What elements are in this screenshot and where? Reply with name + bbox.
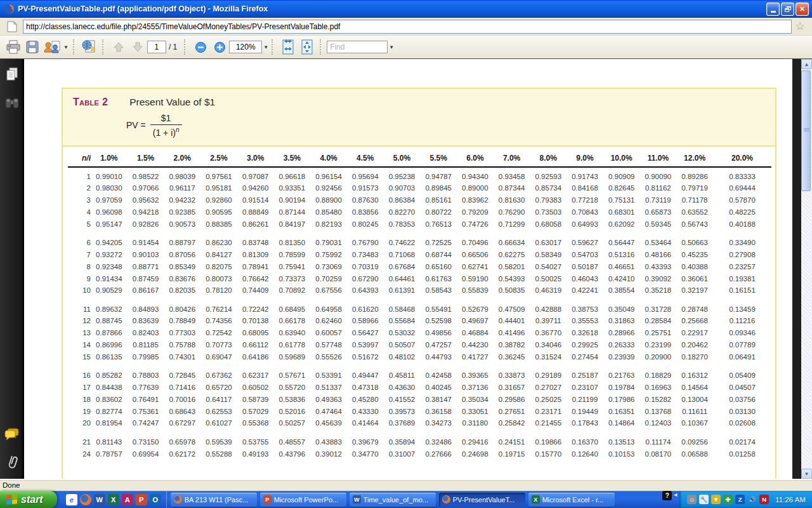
pv-cell: 0.61763 xyxy=(420,272,457,284)
next-page-button[interactable] xyxy=(128,38,147,56)
scrollbar-track[interactable] xyxy=(801,69,812,469)
close-button[interactable]: ✕ xyxy=(796,3,809,16)
previous-page-button[interactable] xyxy=(109,38,128,56)
pv-cell: 0.49447 xyxy=(347,363,384,381)
save-button[interactable] xyxy=(23,38,42,56)
pv-cell: 0.91743 xyxy=(566,167,603,182)
pv-cell: 0.92456 xyxy=(310,182,347,194)
pv-cell: 0.83333 xyxy=(713,167,771,182)
page-icon[interactable] xyxy=(4,20,20,34)
print-button[interactable] xyxy=(4,38,23,56)
pv-cell: 0.78599 xyxy=(274,249,311,261)
pv-cell: 0.32197 xyxy=(676,284,713,297)
pv-cell: 0.83676 xyxy=(164,272,200,284)
pv-cell: 0.74301 xyxy=(164,351,200,363)
taskbar-task-button[interactable]: WTime_value_of_mo... xyxy=(350,493,436,507)
pv-cell: 0.66178 xyxy=(274,315,311,327)
pv-cell: 0.22917 xyxy=(676,327,713,339)
powerpoint-icon[interactable]: P xyxy=(136,494,147,505)
taskbar-task-button[interactable]: BA 213 W11 (Pasc... xyxy=(171,493,257,507)
pv-cell: 0.54027 xyxy=(530,260,566,272)
ie-icon[interactable]: e xyxy=(66,494,77,505)
pv-cell: 0.25025 xyxy=(530,393,566,405)
volume-icon[interactable]: 🔊 xyxy=(747,495,757,504)
pdf-page: Table 2 Present Value of $1 PV = $1 (1 +… xyxy=(24,59,792,479)
pv-cell: 0.36770 xyxy=(530,327,566,339)
pv-cell: 0.97066 xyxy=(128,182,164,194)
pv-cell: 0.46043 xyxy=(566,272,603,284)
pv-cell: 0.23939 xyxy=(603,351,640,363)
find-dropdown-caret[interactable]: ▼ xyxy=(389,44,394,50)
search-binoculars-icon[interactable] xyxy=(4,96,20,112)
scroll-down-arrow[interactable]: ▼ xyxy=(801,469,812,479)
page-number-input[interactable] xyxy=(147,41,166,53)
zoom-dropdown-caret[interactable]: ▼ xyxy=(263,44,268,50)
email-button[interactable]: ▼ xyxy=(42,38,70,56)
shield-icon[interactable]: ▼ xyxy=(711,495,721,504)
scroll-up-arrow[interactable]: ▲ xyxy=(801,59,812,69)
find-input[interactable] xyxy=(327,41,388,53)
attachments-paperclip-icon[interactable] xyxy=(5,455,19,472)
pv-cell: 0.42888 xyxy=(530,297,566,315)
pv-cell: 0.23107 xyxy=(566,382,603,394)
zoom-level-box[interactable]: 120% xyxy=(229,41,262,53)
taskbar-task-button[interactable]: PV-PresentValueT... xyxy=(439,493,525,507)
hidden-icons-chevron[interactable]: ◂ xyxy=(674,491,677,508)
formula-exponent: n xyxy=(176,126,180,133)
health-icon[interactable]: ✚ xyxy=(723,495,733,504)
fit-width-button[interactable] xyxy=(278,38,298,56)
firefox-icon[interactable] xyxy=(80,494,91,505)
start-button[interactable]: start xyxy=(0,491,57,508)
pv-cell: 0.14564 xyxy=(676,382,713,394)
url-input[interactable] xyxy=(23,20,792,34)
minimize-button[interactable] xyxy=(766,3,780,16)
pv-cell: 0.82403 xyxy=(128,327,164,339)
period-cell: 17 xyxy=(68,382,91,394)
pv-cell: 0.80722 xyxy=(420,206,457,218)
table-row: 240.787570.699540.621720.552880.491930.4… xyxy=(68,448,771,460)
pv-cell: 0.15282 xyxy=(640,393,677,405)
pv-cell: 0.43393 xyxy=(640,260,677,272)
comments-panel-icon[interactable] xyxy=(4,428,20,443)
word-icon[interactable]: W xyxy=(94,494,105,505)
pv-cell: 0.55720 xyxy=(274,382,311,394)
scrollbar-thumb[interactable] xyxy=(801,70,811,191)
excel-icon[interactable]: X xyxy=(108,494,119,505)
pv-cell: 0.92860 xyxy=(200,194,237,206)
pv-cell: 0.44230 xyxy=(457,339,494,351)
zoom-in-button[interactable] xyxy=(210,38,229,56)
pv-cell: 0.95181 xyxy=(200,182,237,194)
vertical-scrollbar[interactable]: ▲ ▼ xyxy=(801,59,812,479)
pages-panel-icon[interactable] xyxy=(5,67,19,84)
col-header-rate: 3.0% xyxy=(237,150,274,167)
pv-cell: 0.36245 xyxy=(494,351,530,363)
pv-cell: 0.44793 xyxy=(420,351,457,363)
outlook-icon[interactable]: O xyxy=(150,494,161,505)
bookmark-star-icon[interactable]: ☆ xyxy=(792,20,808,34)
help-icon[interactable]: ? xyxy=(662,491,672,500)
restore-button[interactable] xyxy=(781,3,794,16)
norton-icon[interactable]: N xyxy=(759,495,769,504)
web-convert-button[interactable] xyxy=(80,38,99,56)
period-cell: 16 xyxy=(68,363,91,381)
pv-cell: 0.50835 xyxy=(494,284,530,297)
table-row: 70.932720.901030.870560.841270.813090.78… xyxy=(68,249,771,261)
fit-page-button[interactable] xyxy=(298,38,317,56)
taskbar-task-button[interactable]: XMicrosoft Excel - r... xyxy=(528,493,615,507)
messenger-icon[interactable]: ☺ xyxy=(687,495,697,504)
tools-icon[interactable]: 🔧 xyxy=(699,495,709,504)
col-header-rate: 11.0% xyxy=(640,150,677,167)
pv-table-box: Table 2 Present Value of $1 PV = $1 (1 +… xyxy=(62,88,776,479)
pv-cell: 0.92593 xyxy=(530,167,566,182)
pv-cell: 0.80426 xyxy=(164,297,200,315)
col-header-periods: n/i xyxy=(68,150,91,167)
zonealarm-icon[interactable]: Z xyxy=(735,495,745,504)
pv-cell: 0.05409 xyxy=(713,363,771,381)
pv-cell: 0.42410 xyxy=(603,272,640,284)
pv-cell: 0.39012 xyxy=(310,448,347,460)
email-dropdown-caret[interactable]: ▼ xyxy=(63,44,69,50)
taskbar-task-button[interactable]: PMicrosoft PowerPo... xyxy=(260,493,346,507)
pv-cell: 0.10367 xyxy=(676,417,713,429)
access-icon[interactable]: A xyxy=(122,494,133,505)
zoom-out-button[interactable] xyxy=(191,38,210,56)
